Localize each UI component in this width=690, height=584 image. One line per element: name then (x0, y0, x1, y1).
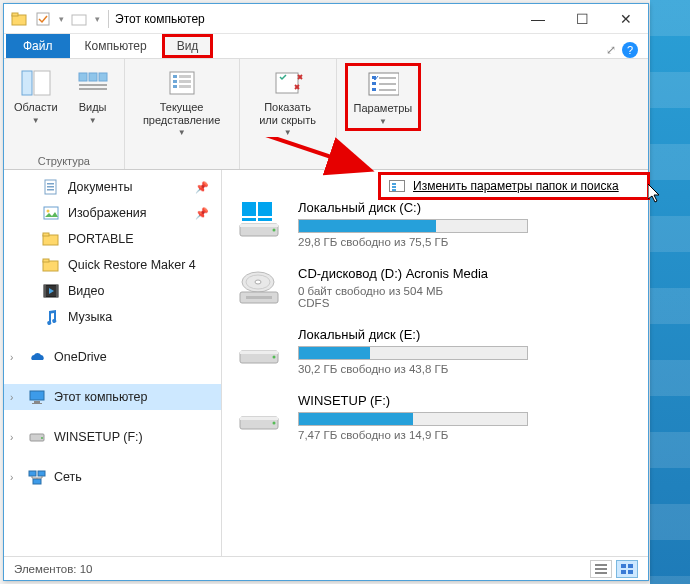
svg-rect-6 (79, 73, 87, 81)
svg-rect-39 (56, 285, 58, 297)
show-hide-label: Показать или скрыть (259, 101, 316, 126)
sidebar-item[interactable]: Музыка (4, 304, 221, 330)
svg-rect-5 (34, 71, 50, 95)
images-icon (42, 204, 60, 222)
views-icon (77, 67, 109, 99)
svg-rect-16 (179, 80, 191, 83)
chevron-right-icon[interactable]: › (10, 352, 13, 363)
content-pane[interactable]: Локальный диск (C:)29,8 ГБ свободно из 7… (222, 170, 648, 556)
svg-rect-72 (628, 570, 633, 574)
current-view-button[interactable]: Текущее представление ▼ (133, 63, 231, 141)
qat-dropdown2-icon[interactable]: ▾ (92, 14, 102, 24)
sidebar-item-onedrive[interactable]: ›OneDrive (4, 344, 221, 370)
panes-button[interactable]: Области ▼ (12, 63, 60, 129)
ribbon-tabs: Файл Компьютер Вид ⤢ ? (4, 34, 648, 58)
svg-rect-8 (99, 73, 107, 81)
ribbon-group-showhide: Показать или скрыть ▼ (240, 59, 337, 169)
hdd-icon (28, 428, 46, 446)
svg-rect-47 (33, 479, 41, 484)
svg-rect-18 (276, 73, 298, 93)
properties-icon[interactable] (32, 8, 54, 30)
svg-rect-31 (44, 207, 58, 219)
svg-rect-1 (12, 13, 18, 16)
pc-icon (28, 388, 46, 406)
show-hide-icon (272, 67, 304, 99)
svg-rect-28 (47, 183, 54, 185)
svg-point-57 (255, 280, 261, 284)
drive-free-space: 7,47 ГБ свободно из 14,9 ГБ (298, 429, 636, 441)
drive-item[interactable]: Локальный диск (E:)30,2 ГБ свободно из 4… (236, 327, 636, 375)
details-view-toggle[interactable] (590, 560, 612, 578)
titlebar-separator (108, 10, 109, 28)
chevron-right-icon[interactable]: › (10, 432, 13, 443)
chevron-down-icon: ▼ (178, 128, 186, 137)
desktop-background (650, 0, 690, 584)
drive-free-space: 0 байт свободно из 504 МБ (298, 285, 636, 297)
svg-rect-22 (372, 88, 376, 91)
sidebar-item-network[interactable]: ›Сеть (4, 464, 221, 490)
svg-rect-70 (628, 564, 633, 568)
chevron-right-icon[interactable]: › (10, 472, 13, 483)
sidebar-item[interactable]: Документы📌 (4, 174, 221, 200)
video-icon (42, 282, 60, 300)
svg-rect-38 (44, 285, 46, 297)
drive-item[interactable]: WINSETUP (F:)7,47 ГБ свободно из 14,9 ГБ (236, 393, 636, 441)
sidebar-item-winsetup[interactable]: ›WINSETUP (F:) (4, 424, 221, 450)
drive-item[interactable]: CD-дисковод (D:) Acronis Media0 байт сво… (236, 266, 636, 309)
svg-rect-2 (37, 13, 49, 25)
svg-rect-50 (242, 218, 256, 221)
tab-file[interactable]: Файл (6, 34, 70, 58)
drive-usage-bar (298, 412, 528, 426)
sidebar-item[interactable]: Quick Restore Maker 4 (4, 252, 221, 278)
current-view-label: Текущее представление (143, 101, 220, 126)
tab-computer[interactable]: Компьютер (70, 34, 162, 58)
svg-rect-45 (29, 471, 36, 476)
minimize-ribbon-icon[interactable]: ⤢ (606, 43, 616, 57)
chevron-right-icon[interactable]: › (10, 392, 13, 403)
drive-name: CD-дисковод (D:) Acronis Media (298, 266, 636, 281)
drive-free-space: 29,8 ГБ свободно из 75,5 ГБ (298, 236, 636, 248)
chevron-down-icon: ▼ (89, 116, 97, 125)
tiles-view-toggle[interactable] (616, 560, 638, 578)
options-dropdown-item[interactable]: Изменить параметры папок и поиска (378, 172, 650, 200)
options-button[interactable]: Параметры ▼ (345, 63, 422, 131)
svg-rect-42 (32, 403, 42, 404)
sidebar-item-thispc[interactable]: ›Этот компьютер (4, 384, 221, 410)
show-hide-button[interactable]: Показать или скрыть ▼ (248, 63, 328, 141)
svg-rect-61 (240, 351, 278, 354)
help-icon[interactable]: ? (622, 42, 638, 58)
navigation-pane[interactable]: Документы📌Изображения📌PORTABLEQuick Rest… (4, 170, 222, 556)
drive-name: Локальный диск (C:) (298, 200, 636, 215)
titlebar[interactable]: ▾ ▾ Этот компьютер — ☐ ✕ (4, 4, 648, 34)
svg-rect-68 (595, 572, 607, 574)
sidebar-item-label: Этот компьютер (54, 390, 147, 404)
svg-point-62 (273, 356, 276, 359)
sidebar-item[interactable]: PORTABLE (4, 226, 221, 252)
svg-rect-9 (79, 84, 107, 86)
sidebar-item[interactable]: Видео (4, 278, 221, 304)
docs-icon (42, 178, 60, 196)
drive-name: WINSETUP (F:) (298, 393, 636, 408)
qat-dropdown-icon[interactable]: ▾ (56, 14, 66, 24)
svg-rect-4 (22, 71, 32, 95)
svg-rect-41 (34, 401, 40, 403)
svg-rect-14 (173, 85, 177, 88)
maximize-button[interactable]: ☐ (560, 4, 604, 33)
drive-item[interactable]: Локальный диск (C:)29,8 ГБ свободно из 7… (236, 200, 636, 248)
current-view-icon (166, 67, 198, 99)
minimize-button[interactable]: — (516, 4, 560, 33)
svg-rect-10 (79, 88, 107, 90)
svg-rect-36 (43, 259, 49, 262)
svg-rect-30 (47, 189, 54, 191)
tab-view[interactable]: Вид (162, 34, 214, 58)
close-button[interactable]: ✕ (604, 4, 648, 33)
sidebar-item[interactable]: Изображения📌 (4, 200, 221, 226)
folder-icon[interactable] (8, 8, 30, 30)
options-label: Параметры (354, 102, 413, 115)
svg-rect-71 (621, 570, 626, 574)
svg-rect-23 (379, 77, 396, 79)
svg-rect-51 (258, 218, 272, 221)
new-folder-icon[interactable] (68, 8, 90, 30)
sidebar-item-label: PORTABLE (68, 232, 134, 246)
views-button[interactable]: Виды ▼ (70, 63, 116, 129)
